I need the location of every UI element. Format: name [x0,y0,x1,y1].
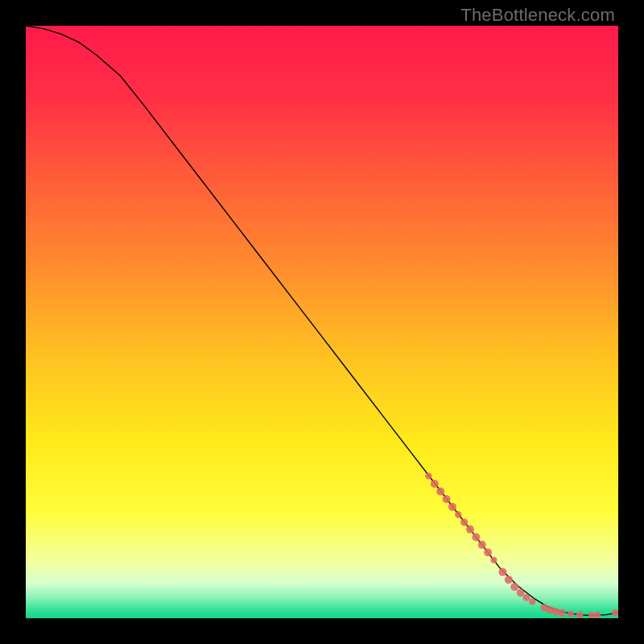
marker-point [522,594,530,601]
chart-svg [26,26,618,618]
marker-point [448,503,456,511]
marker-point [455,511,461,518]
marker-point [431,480,439,488]
marker-point [529,598,535,605]
marker-point [490,557,497,564]
marker-point [517,589,525,597]
gradient-background [26,26,618,618]
chart-stage: TheBottleneck.com [0,0,644,644]
marker-point [498,568,506,576]
marker-point [425,473,431,479]
marker-point [443,495,451,503]
marker-point [466,526,474,534]
watermark-label: TheBottleneck.com [460,5,615,26]
marker-point [472,533,480,541]
marker-point [588,612,595,618]
marker-point [576,611,584,618]
marker-point [436,488,444,496]
marker-point [594,612,601,618]
marker-point [478,541,486,549]
marker-point [505,576,513,584]
marker-point [558,609,566,617]
marker-point [460,518,468,526]
marker-point [568,611,574,617]
marker-point [510,583,518,591]
plot-area [26,26,618,618]
marker-point [484,548,492,556]
